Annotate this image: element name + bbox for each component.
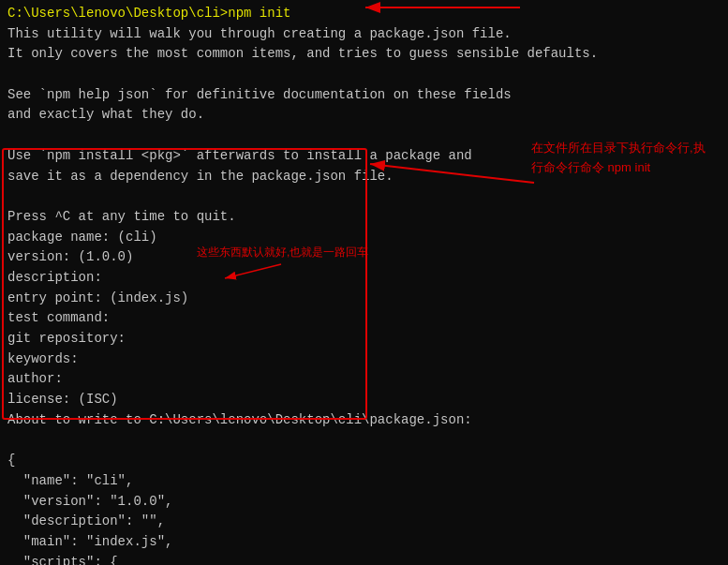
output-line-1: This utility will walk you through creat… — [7, 24, 721, 45]
output-line-22: { — [7, 451, 721, 471]
output-line-14: entry point: (index.js) — [7, 289, 721, 309]
output-line-10: Press ^C at any time to quit. — [7, 207, 721, 228]
output-line-2: It only covers the most common items, an… — [7, 44, 721, 65]
terminal-content: C:\Users\lenovo\Desktop\cli>npm init Thi… — [7, 4, 721, 565]
output-line-19: license: (ISC) — [7, 390, 721, 410]
output-line-17: keywords: — [7, 349, 721, 370]
output-line-5: and exactly what they do. — [7, 105, 721, 126]
output-line-3 — [7, 65, 721, 85]
output-line-24: "version": "1.0.0", — [7, 492, 721, 513]
output-line-13: description: — [7, 268, 721, 289]
output-line-27: "scripts": { — [7, 553, 721, 565]
cmd-line: C:\Users\lenovo\Desktop\cli>npm init — [7, 4, 721, 24]
terminal-window: C:\Users\lenovo\Desktop\cli>npm init Thi… — [0, 0, 728, 565]
output-line-21 — [7, 430, 721, 451]
output-line-16: git repository: — [7, 329, 721, 349]
middle-annotation: 这些东西默认就好,也就是一路回车 — [197, 244, 368, 260]
output-line-9 — [7, 186, 721, 207]
output-line-23: "name": "cli", — [7, 471, 721, 492]
output-line-20: About to write to C:\Users\lenovo\Deskto… — [7, 410, 721, 431]
output-line-25: "description": "", — [7, 512, 721, 532]
output-line-18: author: — [7, 369, 721, 390]
output-line-15: test command: — [7, 308, 721, 329]
output-line-4: See `npm help json` for definitive docum… — [7, 85, 721, 106]
output-line-26: "main": "index.js", — [7, 532, 721, 553]
right-annotation: 在文件所在目录下执行命令行,执行命令行命令 npm init — [531, 139, 709, 178]
